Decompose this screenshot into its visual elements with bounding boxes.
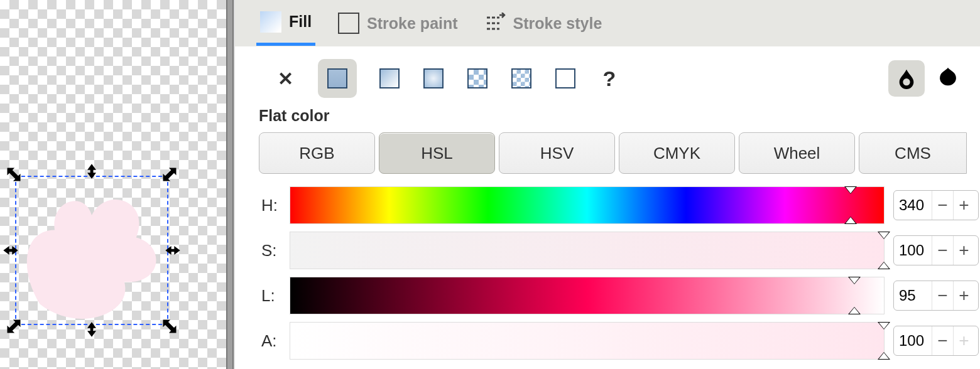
tab-fill-label: Fill: [289, 13, 312, 31]
fill-toggle[interactable]: [936, 65, 960, 92]
mesh-icon: [511, 68, 531, 88]
canvas-scrollbar[interactable]: [226, 0, 234, 369]
alpha-label: A:: [255, 331, 290, 351]
resize-handle-n[interactable]: [83, 163, 101, 180]
tab-stroke-paint-label: Stroke paint: [367, 14, 457, 33]
canvas-area[interactable]: [0, 0, 234, 369]
paint-unknown-button[interactable]: ?: [598, 67, 621, 90]
paint-pattern-button[interactable]: [466, 67, 489, 90]
lightness-decrement[interactable]: −: [932, 281, 953, 310]
paint-mesh-button[interactable]: [510, 67, 533, 90]
pattern-icon: [467, 68, 487, 88]
paint-type-label: Flat color: [255, 104, 980, 132]
hue-slider[interactable]: [290, 186, 885, 224]
drop-hole-icon: [896, 68, 917, 89]
paint-radial-gradient-button[interactable]: [422, 67, 445, 90]
hue-label: H:: [255, 196, 290, 215]
saturation-decrement[interactable]: −: [932, 236, 953, 265]
x-icon: ✕: [278, 68, 293, 90]
paint-flat-button[interactable]: [318, 59, 357, 98]
alpha-input[interactable]: [894, 326, 932, 355]
alpha-spinbox[interactable]: − +: [893, 326, 979, 356]
lightness-increment[interactable]: +: [953, 281, 974, 310]
hue-spinbox[interactable]: − +: [893, 190, 979, 220]
tab-stroke-style[interactable]: Stroke style: [481, 1, 606, 46]
alpha-decrement[interactable]: −: [932, 326, 953, 355]
question-icon: ?: [603, 67, 616, 91]
lightness-spinbox[interactable]: − +: [893, 281, 979, 311]
flat-color-icon: [327, 68, 347, 88]
lightness-label: L:: [255, 286, 290, 306]
color-mode-tabs: RGB HSL HSV CMYK Wheel CMS: [255, 132, 980, 174]
resize-handle-w[interactable]: [2, 242, 19, 259]
paint-linear-gradient-button[interactable]: [378, 67, 401, 90]
hole-toggle[interactable]: [888, 60, 925, 97]
alpha-slider[interactable]: [290, 322, 885, 360]
tab-stroke-paint[interactable]: Stroke paint: [334, 1, 461, 46]
lightness-input[interactable]: [894, 281, 932, 310]
alpha-increment[interactable]: +: [953, 326, 974, 355]
saturation-increment[interactable]: +: [953, 236, 974, 265]
saturation-input[interactable]: [894, 236, 932, 265]
hue-increment[interactable]: +: [953, 191, 974, 220]
stroke-style-icon: [484, 13, 506, 34]
color-mode-hsl[interactable]: HSL: [379, 132, 495, 174]
saturation-spinbox[interactable]: − +: [893, 235, 979, 265]
linear-gradient-icon: [379, 68, 400, 88]
paint-swatch-button[interactable]: [554, 67, 577, 90]
selected-shape[interactable]: [18, 178, 166, 326]
hue-decrement[interactable]: −: [932, 191, 953, 220]
drop-solid-icon: [936, 65, 960, 88]
paint-none-button[interactable]: ✕: [274, 67, 297, 90]
color-mode-rgb[interactable]: RGB: [259, 132, 375, 174]
tab-stroke-style-label: Stroke style: [513, 14, 602, 33]
color-mode-cmyk[interactable]: CMYK: [619, 132, 735, 174]
tab-fill[interactable]: Fill: [256, 1, 315, 46]
hue-input[interactable]: [894, 191, 932, 220]
color-mode-wheel[interactable]: Wheel: [739, 132, 855, 174]
color-mode-hsv[interactable]: HSV: [499, 132, 615, 174]
hue-thumb[interactable]: [844, 186, 857, 194]
radial-gradient-icon: [423, 68, 444, 88]
fill-icon: [260, 11, 281, 33]
stroke-paint-icon: [338, 13, 359, 34]
swatch-icon: [555, 68, 575, 88]
saturation-label: S:: [255, 241, 290, 260]
saturation-slider[interactable]: [290, 232, 885, 269]
lightness-slider[interactable]: [290, 277, 885, 314]
resize-handle-e[interactable]: [164, 242, 182, 259]
fill-stroke-panel: Fill Stroke paint Stroke style ✕: [234, 0, 980, 369]
color-mode-cms[interactable]: CMS: [859, 132, 967, 174]
panel-tabs: Fill Stroke paint Stroke style: [235, 0, 980, 46]
